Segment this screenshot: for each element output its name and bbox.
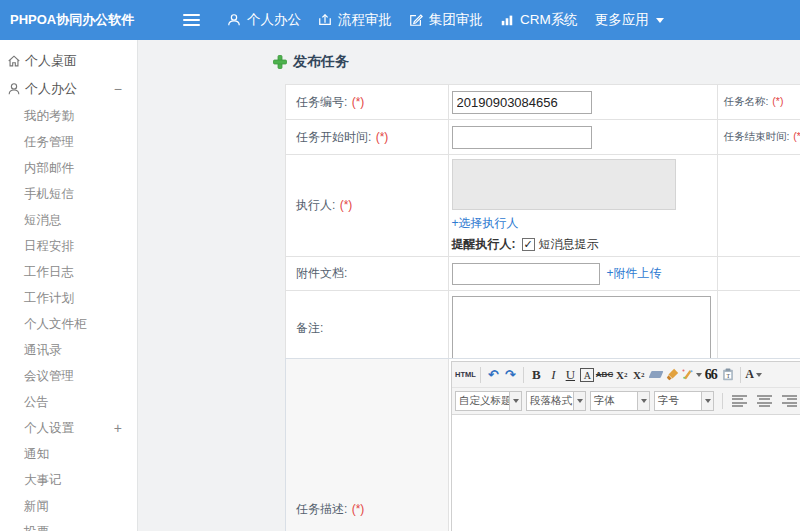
- sidebar-item-my-attendance[interactable]: 我的考勤: [0, 103, 137, 129]
- sidebar-item-short-message[interactable]: 短消息: [0, 207, 137, 233]
- sidebar-item-notification[interactable]: 通知: [0, 441, 137, 467]
- top-navigation-bar: PHPOA协同办公软件 个人办公 流程审批 集团审批 CRM系统 更多应用: [0, 0, 800, 40]
- chevron-down-icon: [656, 18, 664, 23]
- strikethrough-button[interactable]: ABC: [596, 365, 613, 385]
- editor-toolbar-row2: 自定义标题 段落格式 字体 字号: [452, 388, 800, 415]
- page-title: 发布任务: [293, 53, 349, 71]
- align-right-button[interactable]: [782, 395, 797, 408]
- app-logo: PHPOA协同办公软件: [0, 11, 175, 29]
- html-source-button[interactable]: HTML: [455, 365, 476, 385]
- sidebar-item-personal-file-cabinet[interactable]: 个人文件柜: [0, 311, 137, 337]
- task-description-row: 任务描述: (*) HTML ↶ ↷ B I U A ABC X2 X2 66 …: [285, 358, 800, 531]
- sms-remind-checkbox[interactable]: ✓: [522, 238, 535, 251]
- task-no-input[interactable]: [452, 91, 592, 114]
- workflow-icon: [318, 13, 332, 27]
- collapse-icon[interactable]: −: [114, 81, 122, 97]
- home-icon: [7, 54, 21, 68]
- start-time-input[interactable]: [452, 126, 592, 149]
- font-size-dropdown[interactable]: 字号: [654, 391, 714, 411]
- note-field-cell: [448, 291, 718, 366]
- sidebar-item-contacts[interactable]: 通讯录: [0, 337, 137, 363]
- sms-remind-label: 短消息提示: [539, 236, 599, 253]
- attachment-input[interactable]: [452, 263, 600, 285]
- nav-group-approval[interactable]: 集团审批: [409, 11, 483, 29]
- svg-text:T: T: [726, 373, 730, 379]
- executor-label-cell: 执行人: (*): [286, 155, 449, 257]
- nav-crm-system[interactable]: CRM系统: [500, 11, 578, 29]
- align-left-button[interactable]: [732, 395, 747, 408]
- blockquote-button[interactable]: 66: [702, 365, 719, 385]
- nav-personal-office[interactable]: 个人办公: [227, 11, 301, 29]
- undo-button[interactable]: ↶: [485, 365, 502, 385]
- add-icon: [273, 55, 287, 69]
- sidebar-item-vote[interactable]: 投票: [0, 519, 137, 531]
- sidebar-item-work-plan[interactable]: 工作计划: [0, 285, 137, 311]
- edit-icon: [409, 13, 423, 27]
- note-label-cell: 备注:: [286, 291, 449, 366]
- menu-toggle-icon[interactable]: [183, 14, 200, 26]
- empty-cell: [718, 155, 800, 257]
- paragraph-format-dropdown[interactable]: 段落格式: [526, 391, 586, 411]
- executor-textarea[interactable]: [452, 159, 676, 210]
- sidebar: 个人桌面 个人办公 − 我的考勤 任务管理 内部邮件 手机短信 短消息 日程安排…: [0, 40, 138, 531]
- task-name-label-cell: 任务名称: (*): [718, 85, 800, 120]
- eraser-button[interactable]: [647, 365, 664, 385]
- underline-button[interactable]: U: [562, 365, 579, 385]
- choose-executor-link[interactable]: +选择执行人: [452, 215, 519, 232]
- attachment-field-cell: +附件上传: [448, 257, 718, 291]
- custom-title-dropdown[interactable]: 自定义标题: [455, 391, 522, 411]
- attachment-upload-link[interactable]: +附件上传: [607, 265, 662, 282]
- superscript-button[interactable]: X2: [613, 365, 630, 385]
- format-brush-button[interactable]: [664, 365, 681, 385]
- paste-button[interactable]: T: [719, 365, 736, 385]
- page-title-bar: 发布任务: [273, 53, 349, 71]
- end-time-label-cell: 任务结束时间: (*): [718, 120, 800, 155]
- sidebar-item-meeting-management[interactable]: 会议管理: [0, 363, 137, 389]
- editor-toolbar-row1: HTML ↶ ↷ B I U A ABC X2 X2 66 T A: [452, 362, 800, 388]
- font-color-button[interactable]: A: [745, 365, 762, 385]
- attachment-label-cell: 附件文档:: [286, 257, 449, 291]
- sidebar-item-work-log[interactable]: 工作日志: [0, 259, 137, 285]
- task-no-field-cell: [448, 85, 718, 120]
- nav-more-apps[interactable]: 更多应用: [595, 11, 664, 29]
- user-icon: [7, 82, 21, 96]
- user-icon: [227, 13, 241, 27]
- sidebar-item-task-management[interactable]: 任务管理: [0, 129, 137, 155]
- font-family-dropdown[interactable]: 字体: [590, 391, 650, 411]
- bar-chart-icon: [500, 13, 514, 27]
- top-nav: 个人办公 流程审批 集团审批 CRM系统 更多应用: [227, 11, 681, 29]
- sidebar-item-memorabilia[interactable]: 大事记: [0, 467, 137, 493]
- font-style-button[interactable]: A: [580, 368, 594, 382]
- task-no-label-cell: 任务编号: (*): [286, 85, 449, 120]
- sidebar-item-announcement[interactable]: 公告: [0, 389, 137, 415]
- italic-button[interactable]: I: [545, 365, 562, 385]
- task-form-table: 任务编号: (*) 任务名称: (*) 任务开始时间: (*) 任务结束时间: …: [285, 84, 800, 366]
- editor-content-area[interactable]: [452, 415, 800, 531]
- sidebar-item-schedule[interactable]: 日程安排: [0, 233, 137, 259]
- sidebar-item-news[interactable]: 新闻: [0, 493, 137, 519]
- bold-button[interactable]: B: [528, 365, 545, 385]
- sidebar-item-personal-desktop[interactable]: 个人桌面: [0, 47, 137, 75]
- start-time-label-cell: 任务开始时间: (*): [286, 120, 449, 155]
- rich-text-editor: HTML ↶ ↷ B I U A ABC X2 X2 66 T A: [449, 359, 800, 531]
- quick-format-button[interactable]: [681, 365, 702, 385]
- nav-process-approval[interactable]: 流程审批: [318, 11, 392, 29]
- empty-cell: [718, 291, 800, 366]
- empty-cell: [718, 257, 800, 291]
- description-label-cell: 任务描述: (*): [286, 359, 449, 531]
- sidebar-item-internal-mail[interactable]: 内部邮件: [0, 155, 137, 181]
- redo-button[interactable]: ↷: [502, 365, 519, 385]
- sidebar-item-personal-settings[interactable]: 个人设置 +: [0, 415, 137, 441]
- note-textarea[interactable]: [452, 296, 711, 360]
- expand-icon[interactable]: +: [114, 420, 122, 436]
- sidebar-item-personal-office[interactable]: 个人办公 −: [0, 75, 137, 103]
- start-time-field-cell: [448, 120, 718, 155]
- remind-executor-label: 提醒执行人:: [452, 236, 516, 253]
- executor-field-cell: +选择执行人 提醒执行人: ✓ 短消息提示: [448, 155, 718, 257]
- subscript-button[interactable]: X2: [630, 365, 647, 385]
- align-center-button[interactable]: [757, 395, 772, 408]
- sidebar-item-mobile-sms[interactable]: 手机短信: [0, 181, 137, 207]
